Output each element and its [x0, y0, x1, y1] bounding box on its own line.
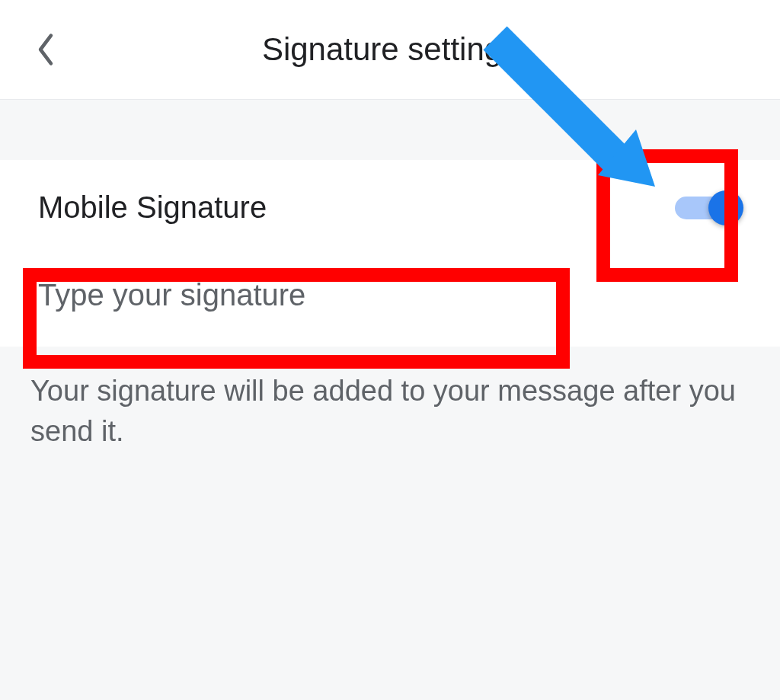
header: Signature settings — [0, 0, 780, 99]
signature-input-row — [0, 255, 780, 347]
mobile-signature-label: Mobile Signature — [38, 190, 267, 225]
mobile-signature-row: Mobile Signature — [0, 160, 780, 255]
signature-input[interactable] — [38, 278, 742, 312]
chevron-left-icon — [35, 32, 56, 67]
toggle-thumb — [708, 190, 743, 225]
signature-helper-text: Your signature will be added to your mes… — [30, 371, 750, 452]
mobile-signature-toggle[interactable] — [675, 191, 742, 225]
section-spacer — [0, 99, 780, 160]
page-title: Signature settings — [262, 31, 518, 68]
back-button[interactable] — [30, 34, 61, 65]
footer-section: Your signature will be added to your mes… — [0, 347, 780, 700]
